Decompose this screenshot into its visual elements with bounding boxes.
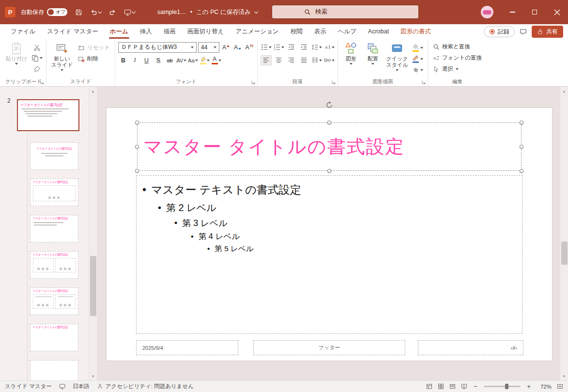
scroll-up-arrow[interactable]: ▲ (89, 87, 97, 95)
layout-thumbnail-blank[interactable] (30, 360, 78, 380)
text-direction-button[interactable] (323, 42, 335, 52)
autosave-toggle[interactable]: 自動保存 オフ (21, 8, 67, 16)
paste-button[interactable]: 貼り付け (4, 41, 29, 78)
scroll-down-arrow[interactable]: ▼ (89, 372, 97, 380)
scrollbar-thumb[interactable] (90, 256, 96, 316)
bullet-level-2[interactable]: •第 2 レベル (158, 201, 522, 214)
user-avatar[interactable] (481, 6, 493, 18)
increase-font-size-button[interactable]: A (221, 42, 231, 52)
clipboard-dialog-launcher[interactable] (40, 80, 45, 85)
panel-scrollbar[interactable]: ▲ ▼ (89, 87, 97, 380)
minimize-button[interactable] (501, 0, 523, 24)
decrease-font-size-button[interactable]: A (232, 42, 243, 52)
arrange-button[interactable]: 配置 (363, 41, 383, 78)
record-button[interactable]: 記録 (484, 26, 515, 37)
paragraph-dialog-launcher[interactable] (331, 80, 336, 85)
cut-button[interactable] (31, 43, 43, 52)
canvas-scrollbar[interactable]: ▲ ▼ (560, 87, 568, 380)
quick-styles-button[interactable]: クイックスタイル (384, 41, 410, 78)
display-settings-button[interactable] (123, 6, 135, 18)
decrease-indent-button[interactable] (286, 42, 297, 52)
font-color-button[interactable]: A (211, 55, 221, 65)
rotate-handle[interactable] (325, 101, 334, 109)
drawing-dialog-launcher[interactable] (421, 80, 426, 85)
find-replace-button[interactable]: 検索と置換 (431, 42, 484, 52)
date-placeholder[interactable]: 2025/9/4 (136, 340, 238, 355)
increase-indent-button[interactable] (298, 42, 309, 52)
tab-transitions[interactable]: 画面切り替え (182, 24, 230, 39)
font-size-combobox[interactable]: 44 (198, 42, 219, 53)
shapes-button[interactable]: 図形 (341, 41, 361, 78)
tab-acrobat[interactable]: Acrobat (362, 24, 395, 39)
display-settings-status[interactable] (59, 383, 65, 390)
layout-thumbnail-1[interactable]: マスター タイトルの書式設定 (30, 142, 78, 170)
convert-to-smartart-button[interactable] (323, 55, 335, 65)
highlight-color-button[interactable] (200, 55, 210, 65)
replace-fonts-button[interactable]: フォントの置換 (431, 53, 484, 63)
resize-handle[interactable] (520, 121, 523, 124)
italic-button[interactable]: I (130, 55, 140, 65)
bullet-level-1[interactable]: •マスター テキストの書式設定 (142, 182, 522, 197)
line-spacing-button[interactable] (311, 42, 322, 52)
powerpoint-app-icon[interactable]: P (5, 7, 15, 17)
new-slide-button[interactable]: 新しいスライド (49, 41, 75, 78)
justify-button[interactable] (298, 55, 309, 65)
comments-button[interactable] (520, 28, 527, 35)
slideshow-button[interactable] (461, 383, 467, 390)
resize-handle[interactable] (327, 169, 331, 173)
tab-animations[interactable]: アニメーション (230, 24, 284, 39)
change-case-button[interactable]: Aa (188, 55, 198, 65)
character-spacing-button[interactable]: AV (176, 55, 186, 65)
font-name-combobox[interactable]: ＤＦＰまるもじ体W3 (118, 42, 197, 53)
body-placeholder[interactable]: •マスター テキストの書式設定 •第 2 レベル •第 3 レベル •第 4 レ… (136, 175, 522, 334)
bullet-level-5[interactable]: •第 5 レベル (207, 244, 522, 254)
footer-placeholder[interactable]: フッター (253, 340, 405, 355)
tab-help[interactable]: ヘルプ (332, 24, 362, 39)
save-button[interactable] (73, 6, 84, 18)
tab-home[interactable]: ホーム (104, 24, 134, 39)
tab-shape-format[interactable]: 図形の書式 (395, 24, 437, 39)
clear-formatting-button[interactable]: A (244, 42, 254, 52)
zoom-in-button[interactable]: + (526, 383, 532, 390)
tab-insert[interactable]: 挿入 (134, 24, 158, 39)
format-painter-button[interactable] (31, 64, 43, 74)
align-center-button[interactable] (273, 55, 284, 65)
shape-outline-button[interactable] (411, 54, 425, 64)
reading-view-button[interactable] (449, 383, 456, 390)
redo-button[interactable] (107, 6, 118, 18)
tab-slide-master[interactable]: スライド マスター (41, 24, 104, 39)
text-shadow-button[interactable]: S (153, 55, 163, 65)
shape-effects-button[interactable] (411, 65, 425, 75)
autosave-switch[interactable]: オフ (47, 8, 67, 16)
slide-sorter-view-button[interactable] (438, 383, 444, 390)
slide-master-thumbnail[interactable]: マスター タイトルの書式設定 (17, 99, 79, 131)
slide-canvas[interactable]: マスター タイトルの書式設定 •マスター テキストの書式設定 •第 2 レベル … (107, 108, 552, 361)
shape-fill-button[interactable] (411, 43, 425, 53)
maximize-button[interactable] (523, 0, 546, 24)
strikethrough-button[interactable]: ab (165, 55, 175, 65)
align-right-button[interactable] (286, 55, 297, 65)
bullet-level-4[interactable]: •第 4 レベル (191, 231, 522, 242)
numbering-button[interactable] (273, 42, 284, 52)
font-dialog-launcher[interactable] (251, 80, 256, 85)
close-button[interactable] (546, 0, 568, 24)
share-button[interactable]: 共有 (532, 26, 563, 38)
zoom-slider-knob[interactable] (505, 384, 508, 389)
resize-handle[interactable] (520, 145, 523, 149)
align-left-button[interactable] (261, 55, 272, 65)
zoom-out-button[interactable]: − (473, 383, 478, 390)
delete-button[interactable]: 削除 (76, 54, 112, 64)
scrollbar-thumb[interactable] (561, 241, 568, 265)
layout-thumbnail-4[interactable]: マスター タイトルの書式設定 (30, 251, 78, 279)
resize-handle[interactable] (520, 169, 523, 173)
copy-button[interactable] (31, 53, 43, 63)
language-status[interactable]: 日本語 (73, 383, 90, 390)
fit-to-window-button[interactable] (557, 383, 563, 390)
resize-handle[interactable] (327, 121, 331, 124)
layout-thumbnail-6[interactable]: マスター タイトルの書式設定 (30, 324, 78, 351)
bullets-button[interactable] (261, 42, 272, 52)
tab-file[interactable]: ファイル (5, 24, 41, 39)
slide-title-text[interactable]: マスター タイトルの書式設定 (143, 135, 515, 159)
resize-handle[interactable] (135, 121, 139, 124)
tab-review[interactable]: 校閲 (285, 24, 308, 39)
